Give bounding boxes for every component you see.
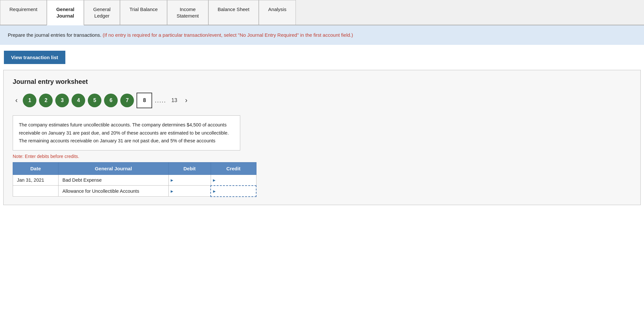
row1-debit-cell: ► [168,175,211,186]
row1-date: Jan 31, 2021 [13,175,59,186]
row1-credit-input[interactable] [215,177,252,183]
header-debit: Debit [168,162,211,175]
row1-credit-arrow: ► [212,177,217,182]
row1-credit-cell: ► [211,175,256,186]
pagination: ‹ 1 2 3 4 5 6 7 8 ..... 13 › [13,93,631,108]
tab-requirement[interactable]: Requirement [0,0,47,25]
journal-table: Date General Journal Debit Credit Jan 31… [13,162,256,197]
next-page-button[interactable]: › [182,95,190,106]
instruction-main: Prepare the journal entries for transact… [8,32,101,38]
page-1-button[interactable]: 1 [23,94,36,107]
row1-debit-arrow: ► [170,178,174,183]
tab-analysis[interactable]: Analysis [259,0,296,25]
page-5-button[interactable]: 5 [88,94,101,107]
instruction-red: (If no entry is required for a particula… [103,32,353,38]
page-2-button[interactable]: 2 [39,94,53,107]
row2-debit-cell: ► [168,186,211,197]
tab-balance-sheet[interactable]: Balance Sheet [208,0,259,25]
page-3-button[interactable]: 3 [55,94,69,107]
tab-trial-balance[interactable]: Trial Balance [120,0,167,25]
prev-page-button[interactable]: ‹ [13,95,20,106]
row1-account: Bad Debt Expense [59,175,169,186]
row1-debit-input[interactable] [173,177,207,183]
page-4-button[interactable]: 4 [72,94,85,107]
row2-credit-arrow: ► [212,189,217,193]
tab-income-statement[interactable]: IncomeStatement [167,0,208,25]
entry-note: Note: Enter debits before credits. [13,154,631,159]
pagination-dots: ..... [155,97,166,104]
tab-bar: Requirement GeneralJournal GeneralLedger… [0,0,644,25]
transaction-description: The company estimates future uncollectib… [13,115,240,150]
journal-row-2: Allowance for Uncollectible Accounts ► ► [13,186,256,197]
view-transactions-button[interactable]: View transaction list [4,51,65,64]
instruction-banner: Prepare the journal entries for transact… [0,25,644,45]
header-general-journal: General Journal [59,162,169,175]
row2-account: Allowance for Uncollectible Accounts [59,186,169,197]
page-7-button[interactable]: 7 [120,94,134,107]
tab-general-ledger[interactable]: GeneralLedger [84,0,120,25]
row2-credit-input[interactable] [215,189,252,194]
row2-debit-input[interactable] [173,189,207,194]
page-6-button[interactable]: 6 [104,94,118,107]
row2-date [13,186,59,197]
header-credit: Credit [211,162,256,175]
row2-debit-arrow: ► [170,189,174,193]
journal-row-1: Jan 31, 2021 Bad Debt Expense ► ► [13,175,256,186]
header-date: Date [13,162,59,175]
page-current[interactable]: 8 [137,93,152,108]
worksheet-title: Journal entry worksheet [13,78,631,85]
worksheet-container: Journal entry worksheet ‹ 1 2 3 4 5 6 7 … [3,70,641,205]
row2-credit-cell: ► [211,186,256,197]
page-13-button[interactable]: 13 [169,96,180,105]
tab-general-journal[interactable]: GeneralJournal [47,0,84,25]
